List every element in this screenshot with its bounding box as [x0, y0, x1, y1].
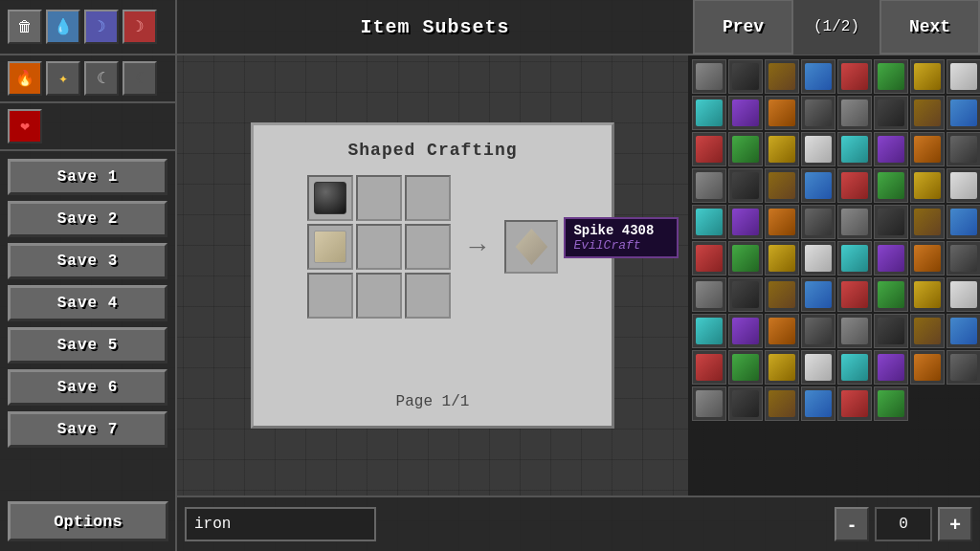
- item-slot-17[interactable]: [728, 132, 763, 166]
- count-minus-button[interactable]: -: [835, 507, 869, 541]
- craft-cell-0-2[interactable]: [405, 175, 451, 221]
- item-slot-33[interactable]: [728, 205, 763, 239]
- item-slot-10[interactable]: [765, 96, 799, 130]
- item-slot-71[interactable]: [947, 350, 980, 385]
- item-slot-16[interactable]: [692, 132, 726, 166]
- craft-cell-1-2[interactable]: [405, 224, 451, 270]
- item-slot-37[interactable]: [874, 205, 908, 239]
- craft-cell-0-0[interactable]: [307, 175, 353, 221]
- save-2-button[interactable]: Save 2: [8, 201, 167, 237]
- item-slot-4[interactable]: [837, 59, 872, 94]
- item-slot-22[interactable]: [910, 132, 945, 166]
- craft-cell-2-2[interactable]: [405, 273, 451, 319]
- item-slot-15[interactable]: [947, 96, 980, 130]
- plus-icon[interactable]: ✦: [46, 61, 80, 96]
- item-slot-75[interactable]: [801, 386, 835, 421]
- item-slot-66[interactable]: [765, 350, 799, 385]
- fire-icon[interactable]: 🔥: [8, 61, 42, 96]
- item-slot-19[interactable]: [801, 132, 835, 166]
- item-slot-76[interactable]: [837, 386, 872, 421]
- item-slot-27[interactable]: [801, 168, 835, 203]
- item-slot-43[interactable]: [801, 241, 835, 276]
- craft-cell-1-1[interactable]: [356, 224, 402, 270]
- item-slot-36[interactable]: [837, 205, 872, 239]
- item-slot-34[interactable]: [765, 205, 799, 239]
- item-slot-73[interactable]: [728, 386, 763, 421]
- item-slot-3[interactable]: [801, 59, 835, 94]
- item-slot-41[interactable]: [728, 241, 763, 276]
- item-slot-25[interactable]: [728, 168, 763, 203]
- item-slot-63[interactable]: [947, 314, 980, 348]
- item-slot-20[interactable]: [837, 132, 872, 166]
- item-slot-6[interactable]: [910, 59, 945, 94]
- item-slot-28[interactable]: [837, 168, 872, 203]
- item-slot-54[interactable]: [910, 277, 945, 312]
- item-slot-30[interactable]: [910, 168, 945, 203]
- item-slot-55[interactable]: [947, 277, 980, 312]
- item-slot-32[interactable]: [692, 205, 726, 239]
- item-slot-49[interactable]: [728, 277, 763, 312]
- item-slot-51[interactable]: [801, 277, 835, 312]
- item-slot-53[interactable]: [874, 277, 908, 312]
- item-slot-60[interactable]: [837, 314, 872, 348]
- item-slot-23[interactable]: [947, 132, 980, 166]
- item-slot-0[interactable]: [692, 59, 726, 94]
- item-slot-8[interactable]: [692, 96, 726, 130]
- crescent-blue-icon[interactable]: ☽: [84, 10, 119, 44]
- item-slot-56[interactable]: [692, 314, 726, 348]
- craft-cell-2-1[interactable]: [356, 273, 402, 319]
- moon-light-icon[interactable]: ☾: [84, 61, 119, 96]
- item-slot-14[interactable]: [910, 96, 945, 130]
- item-slot-59[interactable]: [801, 314, 835, 348]
- save-6-button[interactable]: Save 6: [8, 369, 167, 406]
- save-1-button[interactable]: Save 1: [8, 159, 167, 195]
- item-slot-12[interactable]: [837, 96, 872, 130]
- item-slot-69[interactable]: [874, 350, 908, 385]
- item-slot-72[interactable]: [692, 386, 726, 421]
- moon-dark-icon[interactable]: ☾: [122, 61, 157, 96]
- item-slot-77[interactable]: [874, 386, 908, 421]
- item-slot-52[interactable]: [837, 277, 872, 312]
- item-slot-50[interactable]: [765, 277, 799, 312]
- item-slot-44[interactable]: [837, 241, 872, 276]
- craft-cell-0-1[interactable]: [356, 175, 402, 221]
- item-slot-11[interactable]: [801, 96, 835, 130]
- options-button[interactable]: Options: [8, 501, 168, 541]
- item-slot-26[interactable]: [765, 168, 799, 203]
- save-3-button[interactable]: Save 3: [8, 243, 167, 279]
- item-slot-35[interactable]: [801, 205, 835, 239]
- item-slot-9[interactable]: [728, 96, 763, 130]
- item-slot-65[interactable]: [728, 350, 763, 385]
- item-slot-38[interactable]: [910, 205, 945, 239]
- item-slot-62[interactable]: [910, 314, 945, 348]
- crescent-red-icon[interactable]: ☽: [122, 10, 157, 44]
- craft-cell-1-0[interactable]: [307, 224, 353, 270]
- search-input[interactable]: [185, 507, 376, 541]
- item-slot-5[interactable]: [874, 59, 908, 94]
- item-slot-58[interactable]: [765, 314, 799, 348]
- save-4-button[interactable]: Save 4: [8, 285, 167, 321]
- item-slot-61[interactable]: [874, 314, 908, 348]
- item-slot-24[interactable]: [692, 168, 726, 203]
- item-slot-2[interactable]: [765, 59, 799, 94]
- item-slot-74[interactable]: [765, 386, 799, 421]
- item-slot-70[interactable]: [910, 350, 945, 385]
- item-slot-68[interactable]: [837, 350, 872, 385]
- item-slot-40[interactable]: [692, 241, 726, 276]
- save-7-button[interactable]: Save 7: [8, 411, 167, 448]
- item-slot-42[interactable]: [765, 241, 799, 276]
- item-slot-21[interactable]: [874, 132, 908, 166]
- item-slot-18[interactable]: [765, 132, 799, 166]
- item-slot-47[interactable]: [947, 241, 980, 276]
- item-slot-31[interactable]: [947, 168, 980, 203]
- item-slot-48[interactable]: [692, 277, 726, 312]
- prev-button[interactable]: Prev: [693, 0, 793, 55]
- craft-cell-2-0[interactable]: [307, 273, 353, 319]
- save-5-button[interactable]: Save 5: [8, 327, 167, 364]
- trash-icon[interactable]: 🗑: [8, 10, 42, 44]
- item-slot-29[interactable]: [874, 168, 908, 203]
- item-slot-7[interactable]: [947, 59, 980, 94]
- item-slot-64[interactable]: [692, 350, 726, 385]
- item-slot-57[interactable]: [728, 314, 763, 348]
- item-slot-1[interactable]: [728, 59, 763, 94]
